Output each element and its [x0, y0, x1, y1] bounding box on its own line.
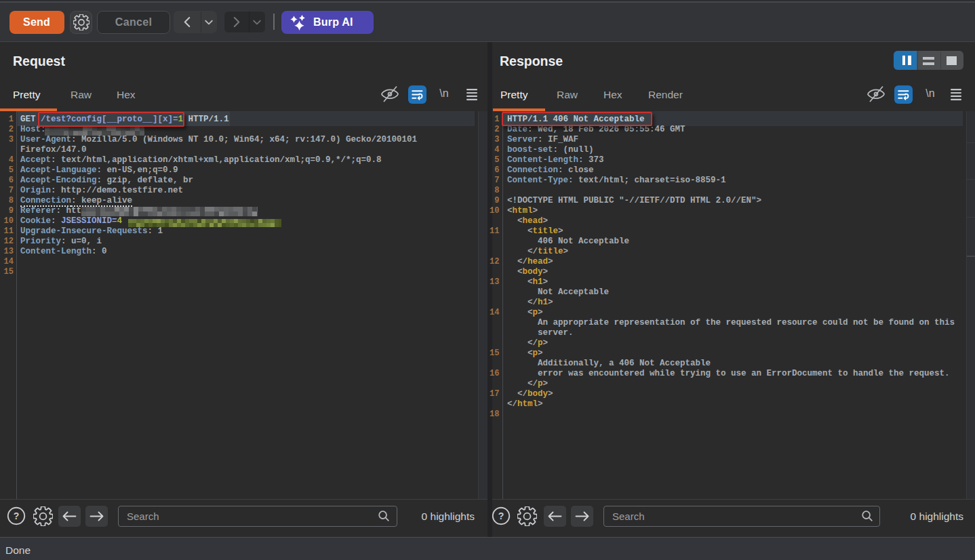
svg-text:?: ? — [498, 511, 504, 521]
svg-text:?: ? — [14, 511, 20, 521]
